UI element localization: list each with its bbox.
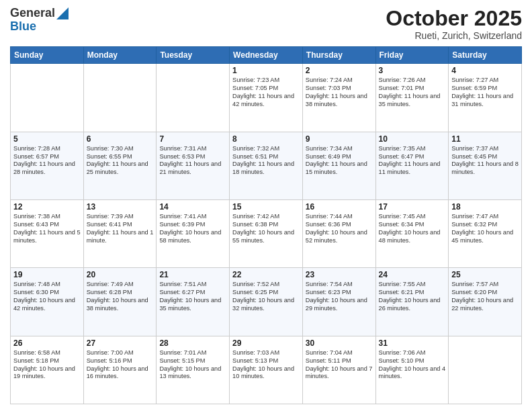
cell-info: Sunrise: 7:03 AM Sunset: 5:13 PM Dayligh… xyxy=(232,349,300,381)
cell-info: Sunrise: 7:57 AM Sunset: 6:20 PM Dayligh… xyxy=(451,281,519,313)
day-number: 30 xyxy=(306,338,373,348)
cell-info: Sunrise: 7:32 AM Sunset: 6:51 PM Dayligh… xyxy=(232,145,300,177)
header-tuesday: Tuesday xyxy=(157,47,230,64)
day-number: 24 xyxy=(379,270,446,279)
header-monday: Monday xyxy=(83,47,157,64)
calendar-cell: 12Sunrise: 7:38 AM Sunset: 6:43 PM Dayli… xyxy=(11,199,84,267)
day-number: 16 xyxy=(306,202,373,212)
day-number: 4 xyxy=(451,66,519,75)
day-number: 17 xyxy=(379,202,446,212)
header-sunday: Sunday xyxy=(11,47,84,64)
calendar-cell: 31Sunrise: 7:06 AM Sunset: 5:10 PM Dayli… xyxy=(375,336,449,404)
cell-info: Sunrise: 7:24 AM Sunset: 7:03 PM Dayligh… xyxy=(306,77,373,109)
cell-info: Sunrise: 7:39 AM Sunset: 6:41 PM Dayligh… xyxy=(87,213,154,245)
cell-info: Sunrise: 7:42 AM Sunset: 6:38 PM Dayligh… xyxy=(232,213,300,245)
cell-info: Sunrise: 7:54 AM Sunset: 6:23 PM Dayligh… xyxy=(306,281,373,313)
location-title: Rueti, Zurich, Switzerland xyxy=(386,30,522,41)
page: General Blue October 2025 Rueti, Zurich,… xyxy=(0,0,532,411)
calendar-cell: 21Sunrise: 7:51 AM Sunset: 6:27 PM Dayli… xyxy=(157,268,230,336)
calendar-week-row-1: 1Sunrise: 7:23 AM Sunset: 7:05 PM Daylig… xyxy=(11,64,522,132)
calendar-cell: 14Sunrise: 7:41 AM Sunset: 6:39 PM Dayli… xyxy=(157,199,230,267)
cell-info: Sunrise: 7:47 AM Sunset: 6:32 PM Dayligh… xyxy=(451,213,519,245)
day-number: 25 xyxy=(451,270,519,279)
calendar-cell xyxy=(157,64,230,132)
calendar-cell: 22Sunrise: 7:52 AM Sunset: 6:25 PM Dayli… xyxy=(230,268,303,336)
calendar-cell: 25Sunrise: 7:57 AM Sunset: 6:20 PM Dayli… xyxy=(449,268,522,336)
cell-info: Sunrise: 7:23 AM Sunset: 7:05 PM Dayligh… xyxy=(232,77,300,109)
calendar-cell: 28Sunrise: 7:01 AM Sunset: 5:15 PM Dayli… xyxy=(157,336,230,404)
cell-info: Sunrise: 7:27 AM Sunset: 6:59 PM Dayligh… xyxy=(451,77,519,109)
header-saturday: Saturday xyxy=(449,47,522,64)
title-block: October 2025 Rueti, Zurich, Switzerland xyxy=(386,7,522,41)
cell-info: Sunrise: 7:34 AM Sunset: 6:49 PM Dayligh… xyxy=(306,145,373,177)
header-friday: Friday xyxy=(375,47,449,64)
day-number: 9 xyxy=(306,134,373,144)
calendar-cell: 18Sunrise: 7:47 AM Sunset: 6:32 PM Dayli… xyxy=(449,199,522,267)
day-number: 20 xyxy=(87,270,154,279)
day-number: 15 xyxy=(232,202,300,212)
cell-info: Sunrise: 7:52 AM Sunset: 6:25 PM Dayligh… xyxy=(232,281,300,313)
cell-info: Sunrise: 7:49 AM Sunset: 6:28 PM Dayligh… xyxy=(87,281,154,313)
calendar-cell: 9Sunrise: 7:34 AM Sunset: 6:49 PM Daylig… xyxy=(302,132,375,199)
calendar-cell: 20Sunrise: 7:49 AM Sunset: 6:28 PM Dayli… xyxy=(83,268,157,336)
day-number: 1 xyxy=(232,66,300,75)
day-number: 13 xyxy=(87,202,154,212)
header: General Blue October 2025 Rueti, Zurich,… xyxy=(10,7,522,41)
day-number: 31 xyxy=(379,338,446,348)
day-number: 8 xyxy=(232,134,300,144)
calendar-cell xyxy=(83,64,157,132)
logo-general: General xyxy=(10,7,55,20)
day-number: 12 xyxy=(13,202,81,212)
cell-info: Sunrise: 7:38 AM Sunset: 6:43 PM Dayligh… xyxy=(13,213,81,245)
calendar-header-row: Sunday Monday Tuesday Wednesday Thursday… xyxy=(11,47,522,64)
calendar-week-row-2: 5Sunrise: 7:28 AM Sunset: 6:57 PM Daylig… xyxy=(11,132,522,199)
header-thursday: Thursday xyxy=(302,47,375,64)
cell-info: Sunrise: 7:00 AM Sunset: 5:16 PM Dayligh… xyxy=(87,349,154,381)
day-number: 27 xyxy=(87,338,154,348)
cell-info: Sunrise: 7:41 AM Sunset: 6:39 PM Dayligh… xyxy=(159,213,226,245)
cell-info: Sunrise: 7:06 AM Sunset: 5:10 PM Dayligh… xyxy=(379,349,446,381)
calendar-cell: 16Sunrise: 7:44 AM Sunset: 6:36 PM Dayli… xyxy=(302,199,375,267)
calendar-cell: 15Sunrise: 7:42 AM Sunset: 6:38 PM Dayli… xyxy=(230,199,303,267)
calendar-week-row-3: 12Sunrise: 7:38 AM Sunset: 6:43 PM Dayli… xyxy=(11,199,522,267)
calendar-cell: 30Sunrise: 7:04 AM Sunset: 5:11 PM Dayli… xyxy=(302,336,375,404)
day-number: 22 xyxy=(232,270,300,279)
day-number: 28 xyxy=(159,338,226,348)
calendar-cell: 11Sunrise: 7:37 AM Sunset: 6:45 PM Dayli… xyxy=(449,132,522,199)
day-number: 21 xyxy=(159,270,226,279)
day-number: 23 xyxy=(306,270,373,279)
cell-info: Sunrise: 7:01 AM Sunset: 5:15 PM Dayligh… xyxy=(159,349,226,381)
calendar-cell: 19Sunrise: 7:48 AM Sunset: 6:30 PM Dayli… xyxy=(11,268,84,336)
calendar-week-row-4: 19Sunrise: 7:48 AM Sunset: 6:30 PM Dayli… xyxy=(11,268,522,336)
day-number: 11 xyxy=(451,134,519,144)
day-number: 26 xyxy=(13,338,81,348)
svg-marker-0 xyxy=(56,7,69,19)
calendar-cell: 3Sunrise: 7:26 AM Sunset: 7:01 PM Daylig… xyxy=(375,64,449,132)
calendar-cell: 24Sunrise: 7:55 AM Sunset: 6:21 PM Dayli… xyxy=(375,268,449,336)
calendar-cell: 7Sunrise: 7:31 AM Sunset: 6:53 PM Daylig… xyxy=(157,132,230,199)
cell-info: Sunrise: 7:37 AM Sunset: 6:45 PM Dayligh… xyxy=(451,145,519,177)
cell-info: Sunrise: 7:48 AM Sunset: 6:30 PM Dayligh… xyxy=(13,281,81,313)
calendar-cell: 29Sunrise: 7:03 AM Sunset: 5:13 PM Dayli… xyxy=(230,336,303,404)
calendar-cell: 4Sunrise: 7:27 AM Sunset: 6:59 PM Daylig… xyxy=(449,64,522,132)
cell-info: Sunrise: 7:51 AM Sunset: 6:27 PM Dayligh… xyxy=(159,281,226,313)
day-number: 6 xyxy=(87,134,154,144)
calendar-cell: 26Sunrise: 6:58 AM Sunset: 5:18 PM Dayli… xyxy=(11,336,84,404)
logo-arrow-icon xyxy=(56,7,69,19)
cell-info: Sunrise: 7:35 AM Sunset: 6:47 PM Dayligh… xyxy=(379,145,446,177)
day-number: 5 xyxy=(13,134,81,144)
day-number: 10 xyxy=(379,134,446,144)
calendar-cell: 2Sunrise: 7:24 AM Sunset: 7:03 PM Daylig… xyxy=(302,64,375,132)
header-wednesday: Wednesday xyxy=(230,47,303,64)
calendar-cell xyxy=(11,64,84,132)
day-number: 2 xyxy=(306,66,373,75)
day-number: 29 xyxy=(232,338,300,348)
calendar-table: Sunday Monday Tuesday Wednesday Thursday… xyxy=(10,46,522,404)
logo-blue: Blue xyxy=(10,20,69,34)
day-number: 7 xyxy=(159,134,226,144)
calendar-cell xyxy=(449,336,522,404)
day-number: 19 xyxy=(13,270,81,279)
cell-info: Sunrise: 7:04 AM Sunset: 5:11 PM Dayligh… xyxy=(306,349,373,381)
calendar-cell: 13Sunrise: 7:39 AM Sunset: 6:41 PM Dayli… xyxy=(83,199,157,267)
day-number: 3 xyxy=(379,66,446,75)
